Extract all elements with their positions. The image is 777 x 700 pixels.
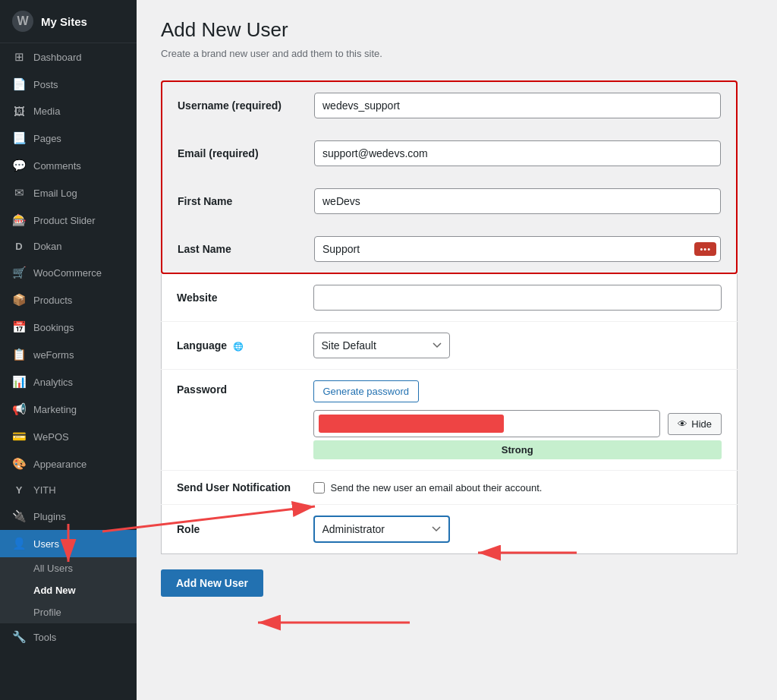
sidebar-item-users[interactable]: 👤 Users xyxy=(0,530,137,557)
email-icon: ✉ xyxy=(12,186,26,200)
website-input[interactable] xyxy=(313,285,722,311)
appearance-icon: 🎨 xyxy=(12,457,26,471)
email-input[interactable] xyxy=(314,140,721,166)
yith-icon: Y xyxy=(12,484,26,496)
analytics-icon: 📊 xyxy=(12,375,26,389)
eye-icon: 👁 xyxy=(678,418,687,430)
sidebar: W My Sites ⊞ Dashboard 📄 Posts 🖼 Media 📃… xyxy=(0,0,137,700)
submenu-profile[interactable]: Profile xyxy=(0,601,137,623)
submenu-add-new[interactable]: Add New xyxy=(0,579,137,601)
sidebar-item-wepos[interactable]: 💳 WePOS xyxy=(0,423,137,450)
hide-password-button[interactable]: 👁 Hide xyxy=(668,413,722,435)
language-row: Language 🌐 Site Default English Spanish … xyxy=(162,322,738,370)
first-name-input[interactable] xyxy=(314,188,721,214)
sidebar-item-label: Tools xyxy=(33,632,56,643)
product-slider-icon: 🎰 xyxy=(12,213,26,227)
sidebar-item-comments[interactable]: 💬 Comments xyxy=(0,152,137,179)
sidebar-item-label: Analytics xyxy=(33,377,73,388)
sidebar-item-weforms[interactable]: 📋 weForms xyxy=(0,341,137,368)
sidebar-item-label: Users xyxy=(33,538,59,550)
sidebar-item-pages[interactable]: 📃 Pages xyxy=(0,125,137,152)
password-label: Password xyxy=(177,383,227,396)
sidebar-item-label: WePOS xyxy=(33,431,69,443)
tools-icon: 🔧 xyxy=(12,630,26,644)
last-name-input[interactable] xyxy=(314,236,721,262)
username-input[interactable] xyxy=(314,93,721,118)
sidebar-item-analytics[interactable]: 📊 Analytics xyxy=(0,368,137,396)
hide-label: Hide xyxy=(691,418,712,430)
sidebar-item-label: Email Log xyxy=(33,188,77,199)
form-table-rest: Website Language 🌐 xyxy=(161,274,738,554)
sidebar-item-label: Dashboard xyxy=(33,52,82,63)
sidebar-item-label: Appearance xyxy=(33,459,87,470)
users-icon: 👤 xyxy=(12,537,26,550)
password-strength-bar: Strong xyxy=(313,440,722,459)
notification-checkbox[interactable] xyxy=(313,482,325,493)
comments-icon: 💬 xyxy=(12,159,26,172)
sidebar-item-dashboard[interactable]: ⊞ Dashboard xyxy=(0,43,137,71)
posts-icon: 📄 xyxy=(12,77,26,91)
first-name-label: First Name xyxy=(178,195,232,207)
page-title: Add New User xyxy=(161,18,753,42)
website-row: Website xyxy=(162,274,738,322)
last-name-row: Last Name ••• xyxy=(162,225,736,273)
role-select[interactable]: Administrator Editor Author Contributor … xyxy=(313,516,450,543)
sidebar-item-label: Marketing xyxy=(33,404,77,415)
role-label: Role xyxy=(177,523,200,535)
sidebar-item-bookings[interactable]: 📅 Bookings xyxy=(0,314,137,341)
page-subtitle: Create a brand new user and add them to … xyxy=(161,48,753,59)
sidebar-item-yith[interactable]: Y YITH xyxy=(0,478,137,503)
website-label: Website xyxy=(177,292,217,304)
sidebar-item-woocommerce[interactable]: 🛒 WooCommerce xyxy=(0,259,137,286)
sidebar-item-marketing[interactable]: 📢 Marketing xyxy=(0,396,137,423)
sidebar-item-label: Plugins xyxy=(33,511,66,522)
submenu-all-users[interactable]: All Users xyxy=(0,557,137,579)
add-new-user-button[interactable]: Add New User xyxy=(161,569,263,597)
highlighted-fields: Username (required) Email (required) xyxy=(161,80,738,274)
generate-password-button[interactable]: Generate password xyxy=(313,380,419,402)
notification-checkbox-label: Send the new user an email about their a… xyxy=(331,482,543,493)
form-table-highlighted: Username (required) Email (required) xyxy=(162,82,736,273)
dashboard-icon: ⊞ xyxy=(12,50,26,64)
sidebar-nav: ⊞ Dashboard 📄 Posts 🖼 Media 📃 Pages 💬 Co… xyxy=(0,43,137,651)
sidebar-item-label: Products xyxy=(33,295,72,306)
sidebar-item-label: weForms xyxy=(33,349,74,361)
sidebar-item-posts[interactable]: 📄 Posts xyxy=(0,71,137,98)
last-name-label: Last Name xyxy=(178,243,231,255)
last-name-icon-button[interactable]: ••• xyxy=(694,242,716,256)
woocommerce-icon: 🛒 xyxy=(12,266,26,279)
products-icon: 📦 xyxy=(12,293,26,307)
sidebar-item-label: Dokan xyxy=(33,241,62,252)
language-label: Language 🌐 xyxy=(177,339,244,352)
notification-checkbox-row: Send the new user an email about their a… xyxy=(313,482,722,493)
plugins-icon: 🔌 xyxy=(12,509,26,523)
bookings-icon: 📅 xyxy=(12,320,26,334)
first-name-row: First Name xyxy=(162,178,736,225)
sidebar-logo[interactable]: W My Sites xyxy=(0,0,137,43)
sidebar-item-products[interactable]: 📦 Products xyxy=(0,286,137,314)
sidebar-item-plugins[interactable]: 🔌 Plugins xyxy=(0,503,137,530)
form-container: Username (required) Email (required) xyxy=(161,80,738,554)
notification-label: Send User Notification xyxy=(177,481,291,493)
username-row: Username (required) xyxy=(162,82,736,130)
dokan-icon: D xyxy=(12,241,26,252)
sidebar-item-tools[interactable]: 🔧 Tools xyxy=(0,623,137,651)
sidebar-item-dokan[interactable]: D Dokan xyxy=(0,234,137,259)
sidebar-item-label: Media xyxy=(33,106,60,117)
sidebar-item-email-log[interactable]: ✉ Email Log xyxy=(0,179,137,207)
sidebar-logo-text: My Sites xyxy=(41,15,87,28)
password-fill-bar xyxy=(319,415,504,433)
marketing-icon: 📢 xyxy=(12,402,26,416)
sidebar-item-appearance[interactable]: 🎨 Appearance xyxy=(0,450,137,478)
email-row: Email (required) xyxy=(162,130,736,178)
sidebar-item-product-slider[interactable]: 🎰 Product Slider xyxy=(0,207,137,234)
password-field-row: 👁 Hide xyxy=(313,410,722,437)
language-select[interactable]: Site Default English Spanish French xyxy=(313,333,450,358)
main-content: Add New User Create a brand new user and… xyxy=(137,0,777,700)
wp-icon: W xyxy=(12,11,33,32)
username-label: Username (required) xyxy=(178,99,282,112)
sidebar-item-label: Pages xyxy=(33,133,61,144)
sidebar-item-label: YITH xyxy=(33,484,56,496)
sidebar-item-media[interactable]: 🖼 Media xyxy=(0,98,137,125)
email-label: Email (required) xyxy=(178,147,259,159)
